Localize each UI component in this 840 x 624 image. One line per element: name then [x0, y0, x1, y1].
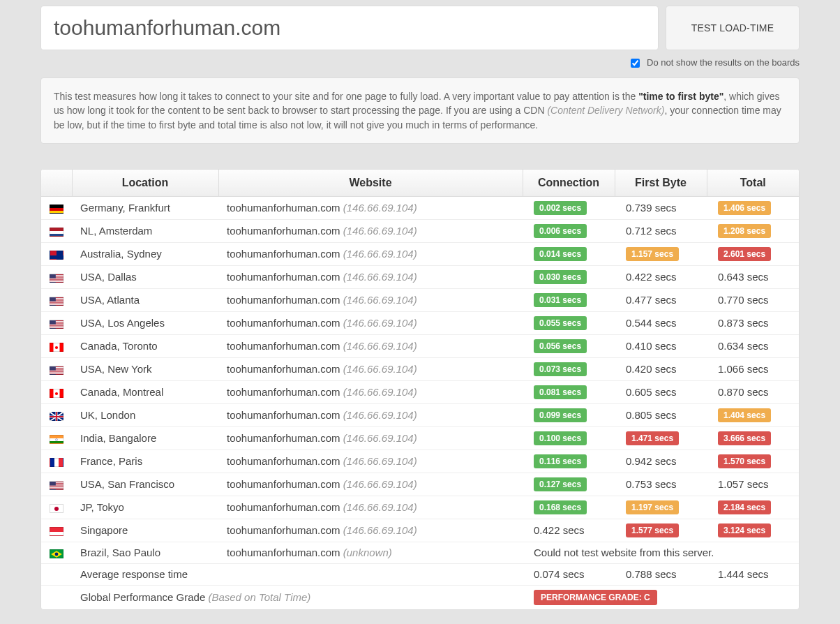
flag-icon: [50, 389, 63, 398]
metric-badge: 0.081 secs: [534, 385, 587, 399]
flag-cell: [41, 242, 72, 265]
firstbyte-cell: 0.605 secs: [615, 380, 707, 403]
flag-cell: [41, 288, 72, 311]
table-row: USA, Los Angelestoohumanforhuman.com (14…: [41, 311, 799, 334]
table-row: Australia, Sydneytoohumanforhuman.com (1…: [41, 242, 799, 265]
col-total[interactable]: Total: [707, 170, 799, 197]
grade-badge-cell: PERFORMANCE GRADE: C: [523, 585, 799, 609]
flag-cell: [41, 380, 72, 403]
connection-cell: 0.127 secs: [523, 473, 615, 496]
average-row: Average response time0.074 secs0.788 sec…: [41, 563, 799, 585]
grade-label: Global Performance Grade (Based on Total…: [72, 585, 523, 609]
table-row: USA, Atlantatoohumanforhuman.com (146.66…: [41, 288, 799, 311]
average-label: Average response time: [72, 563, 523, 585]
info-bold: "time to first byte": [638, 91, 723, 102]
total-cell: 2.601 secs: [707, 242, 799, 265]
table-row: USA, San Franciscotoohumanforhuman.com (…: [41, 473, 799, 496]
website-cell: toohumanforhuman.com (146.66.69.104): [218, 288, 523, 311]
noboards-checkbox[interactable]: [631, 59, 640, 68]
website-cell: toohumanforhuman.com (146.66.69.104): [218, 219, 523, 242]
metric-badge: 0.056 secs: [534, 339, 587, 353]
flag-icon: [50, 251, 63, 260]
firstbyte-cell: 1.197 secs: [615, 496, 707, 519]
firstbyte-cell: 1.577 secs: [615, 519, 707, 542]
flag-icon: [50, 343, 63, 352]
col-connection[interactable]: Connection: [523, 170, 615, 197]
col-firstbyte[interactable]: First Byte: [615, 170, 707, 197]
test-loadtime-button[interactable]: TEST LOAD-TIME: [666, 6, 800, 50]
total-cell: 1.404 secs: [707, 403, 799, 426]
col-website[interactable]: Website: [218, 170, 523, 197]
connection-cell: 0.100 secs: [523, 426, 615, 450]
flag-icon: [50, 481, 63, 490]
flag-cell: [41, 196, 72, 219]
location-cell: USA, Dallas: [72, 265, 218, 288]
flag-cell: [41, 311, 72, 334]
connection-cell: 0.099 secs: [523, 403, 615, 426]
metric-badge: 1.570 secs: [718, 454, 771, 468]
table-row: USA, Dallastoohumanforhuman.com (146.66.…: [41, 265, 799, 288]
flag-icon: [50, 297, 63, 306]
flag-cell: [41, 403, 72, 426]
url-input[interactable]: [40, 6, 659, 50]
firstbyte-cell: 0.712 secs: [615, 219, 707, 242]
table-row: Germany, Frankfurttoohumanforhuman.com (…: [41, 196, 799, 219]
metric-badge: 0.073 secs: [534, 362, 587, 376]
table-row: India, Bangaloretoohumanforhuman.com (14…: [41, 426, 799, 450]
metric-badge: 0.100 secs: [534, 431, 587, 445]
metric-badge: 1.406 secs: [718, 201, 771, 215]
flag-cell: [41, 426, 72, 450]
metric-badge: 1.208 secs: [718, 224, 771, 238]
metric-badge: 2.184 secs: [718, 500, 771, 514]
metric-badge: 0.014 secs: [534, 247, 587, 261]
col-location[interactable]: Location: [72, 170, 218, 197]
metric-badge: 3.666 secs: [718, 431, 771, 445]
location-cell: Germany, Frankfurt: [72, 196, 218, 219]
connection-cell: 0.014 secs: [523, 242, 615, 265]
total-cell: 0.634 secs: [707, 334, 799, 357]
metric-badge: 1.471 secs: [626, 431, 679, 445]
location-cell: NL, Amsterdam: [72, 219, 218, 242]
total-cell: 1.057 secs: [707, 473, 799, 496]
total-cell: 1.406 secs: [707, 196, 799, 219]
website-cell: toohumanforhuman.com (146.66.69.104): [218, 196, 523, 219]
location-cell: India, Bangalore: [72, 426, 218, 450]
info-box: This test measures how long it takes to …: [40, 77, 800, 144]
table-row: JP, Tokyotoohumanforhuman.com (146.66.69…: [41, 496, 799, 519]
total-cell: 0.643 secs: [707, 265, 799, 288]
location-cell: Canada, Montreal: [72, 380, 218, 403]
firstbyte-cell: 0.753 secs: [615, 473, 707, 496]
flag-cell: [41, 519, 72, 542]
table-row: Brazil, Sao Paulotoohumanforhuman.com (u…: [41, 542, 799, 563]
total-cell: 2.184 secs: [707, 496, 799, 519]
connection-cell: 0.030 secs: [523, 265, 615, 288]
connection-cell: 0.031 secs: [523, 288, 615, 311]
metric-badge: 0.031 secs: [534, 293, 587, 307]
website-cell: toohumanforhuman.com (146.66.69.104): [218, 311, 523, 334]
total-cell: 0.873 secs: [707, 311, 799, 334]
location-cell: USA, New York: [72, 357, 218, 380]
connection-cell: 0.006 secs: [523, 219, 615, 242]
noboards-text: Do not show the results on the boards: [647, 57, 800, 68]
flag-cell: [41, 450, 72, 473]
noboards-label[interactable]: Do not show the results on the boards: [631, 57, 800, 68]
metric-badge: 0.099 secs: [534, 408, 587, 422]
avg-tot: 1.444 secs: [707, 563, 799, 585]
total-cell: 1.570 secs: [707, 450, 799, 473]
metric-badge: 1.577 secs: [626, 523, 679, 537]
metric-badge: 0.002 secs: [534, 201, 587, 215]
connection-cell: 0.422 secs: [523, 519, 615, 542]
flag-icon: [50, 205, 63, 214]
connection-cell: 0.168 secs: [523, 496, 615, 519]
location-cell: Brazil, Sao Paulo: [72, 542, 218, 563]
website-cell: toohumanforhuman.com (146.66.69.104): [218, 496, 523, 519]
table-row: USA, New Yorktoohumanforhuman.com (146.6…: [41, 357, 799, 380]
total-cell: 0.870 secs: [707, 380, 799, 403]
connection-cell: 0.056 secs: [523, 334, 615, 357]
connection-cell: 0.002 secs: [523, 196, 615, 219]
website-cell: toohumanforhuman.com (unknown): [218, 542, 523, 563]
website-cell: toohumanforhuman.com (146.66.69.104): [218, 519, 523, 542]
website-cell: toohumanforhuman.com (146.66.69.104): [218, 473, 523, 496]
flag-icon: [50, 320, 63, 329]
metric-badge: 0.168 secs: [534, 500, 587, 514]
